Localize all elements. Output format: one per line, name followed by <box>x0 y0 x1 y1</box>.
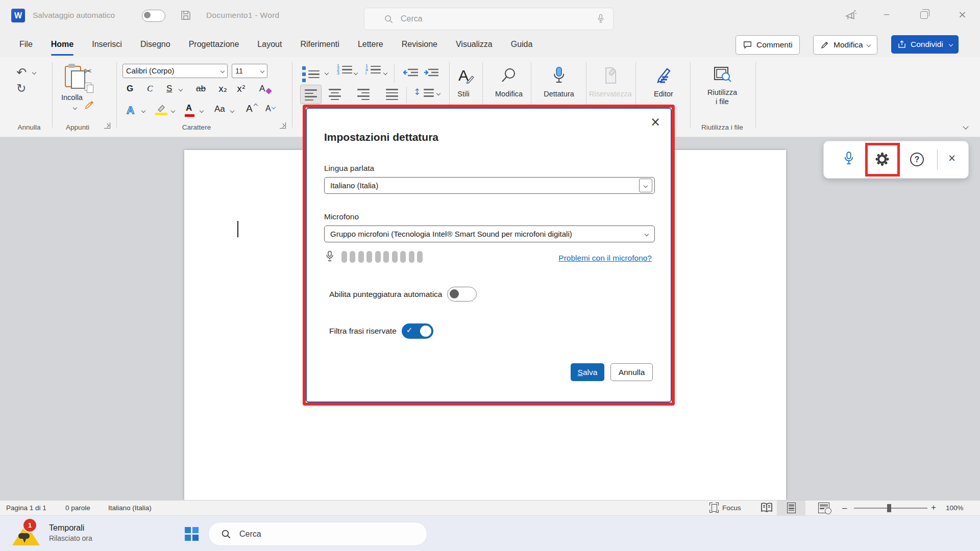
select-chevron-box[interactable] <box>639 179 652 192</box>
collapse-ribbon-icon[interactable] <box>963 123 968 129</box>
tab-progettazione[interactable]: Progettazione <box>187 32 241 57</box>
restore-button[interactable] <box>920 11 928 19</box>
chevron-down-icon[interactable] <box>230 109 234 113</box>
align-center-button[interactable] <box>329 89 341 100</box>
clipboard-dialog-launcher-icon[interactable] <box>104 122 110 129</box>
font-dialog-launcher-icon[interactable] <box>280 122 286 129</box>
tab-guida[interactable]: Guida <box>509 32 535 57</box>
paste-label[interactable]: Incolla <box>61 93 83 102</box>
editing-mode-button[interactable]: Modifica <box>813 35 877 55</box>
filter-phrases-toggle[interactable]: ✓ <box>402 323 433 339</box>
start-button[interactable] <box>185 527 199 541</box>
read-mode-button[interactable] <box>761 503 773 513</box>
feedback-icon[interactable] <box>845 9 857 22</box>
chevron-down-icon[interactable] <box>200 109 204 113</box>
chevron-down-icon[interactable] <box>354 71 358 75</box>
tab-home[interactable]: Home <box>49 32 76 57</box>
zoom-percentage[interactable]: 100% <box>946 504 964 512</box>
taskbar-search-box[interactable]: Cerca <box>208 522 427 546</box>
dictation-help-button[interactable]: ? <box>910 153 924 166</box>
zoom-in-button[interactable]: + <box>931 503 936 513</box>
editor-button[interactable]: Editor <box>654 64 673 98</box>
chevron-down-icon[interactable] <box>325 71 329 75</box>
superscript-button[interactable]: x² <box>237 84 246 94</box>
tab-file[interactable]: File <box>17 32 35 57</box>
strikethrough-button[interactable]: ab <box>196 84 206 94</box>
autosave-toggle[interactable] <box>142 10 165 22</box>
web-layout-button[interactable] <box>818 503 829 513</box>
tab-inserisci[interactable]: Inserisci <box>90 32 124 57</box>
tab-revisione[interactable]: Revisione <box>400 32 439 57</box>
close-window-button[interactable]: × <box>958 8 967 20</box>
font-size-combo[interactable]: 11 <box>232 64 267 78</box>
tab-riferimenti[interactable]: Riferimenti <box>298 32 341 57</box>
page-indicator[interactable]: Pagina 1 di 1 <box>6 504 46 512</box>
zoom-out-button[interactable]: – <box>842 503 847 513</box>
bold-button[interactable]: G <box>127 84 133 94</box>
numbered-list-icon[interactable]: 123 <box>337 64 352 75</box>
word-count[interactable]: 0 parole <box>65 504 90 512</box>
save-icon[interactable] <box>180 9 192 21</box>
align-right-button[interactable] <box>357 89 370 100</box>
change-case-button[interactable]: Aa <box>214 104 225 114</box>
reuse-files-button[interactable]: Riutilizzai file <box>707 64 737 106</box>
grow-font-button[interactable]: A <box>246 103 253 114</box>
minimize-button[interactable]: – <box>884 9 889 19</box>
chevron-down-icon[interactable] <box>171 109 175 113</box>
weather-widget[interactable]: 1 Temporali Rilasciato ora <box>10 520 92 545</box>
word-app-icon[interactable]: W <box>11 9 25 22</box>
language-select[interactable]: Italiano (Italia) <box>324 177 655 194</box>
language-indicator[interactable]: Italiano (Italia) <box>108 504 152 512</box>
save-button[interactable]: Salva <box>571 363 604 381</box>
italic-button[interactable]: C <box>147 84 153 94</box>
format-painter-icon[interactable] <box>84 100 95 111</box>
chevron-down-icon[interactable] <box>383 71 387 75</box>
dictation-close-button[interactable]: × <box>948 152 956 163</box>
tab-lettere[interactable]: Lettere <box>356 32 385 57</box>
chevron-down-icon[interactable] <box>32 70 36 74</box>
bullet-list-icon[interactable] <box>302 66 320 82</box>
decrease-indent-icon[interactable] <box>403 66 419 79</box>
chevron-down-icon[interactable] <box>73 106 77 110</box>
search-mic-icon[interactable] <box>597 13 605 24</box>
mic-help-link[interactable]: Problemi con il microfono? <box>558 254 652 263</box>
find-button[interactable]: Modifica <box>495 64 523 98</box>
redo-icon[interactable]: ↻ <box>16 82 26 95</box>
styles-button[interactable]: A Stili <box>457 64 469 98</box>
chevron-down-icon[interactable] <box>141 109 145 113</box>
tab-disegno[interactable]: Disegno <box>138 32 173 57</box>
print-layout-button-selected[interactable] <box>777 500 805 515</box>
cancel-button[interactable]: Annulla <box>610 363 653 381</box>
increase-indent-icon[interactable] <box>424 66 439 79</box>
copy-icon[interactable] <box>85 83 91 91</box>
highlight-button[interactable] <box>156 104 166 113</box>
subscript-button[interactable]: x₂ <box>218 84 227 94</box>
multilevel-list-icon[interactable]: 1ai <box>365 64 381 75</box>
comments-button[interactable]: Commenti <box>736 35 800 55</box>
chevron-down-icon[interactable] <box>179 87 183 91</box>
focus-mode-button[interactable]: Focus <box>709 503 741 513</box>
microphone-select[interactable]: Gruppo microfoni (Tecnologia Intel® Smar… <box>324 226 655 242</box>
font-name-combo[interactable]: Calibri (Corpo) <box>122 64 228 78</box>
cut-icon[interactable]: ✂ <box>84 65 92 77</box>
text-effects-button[interactable]: A <box>127 104 134 116</box>
titlebar-search-box[interactable]: Cerca <box>364 8 614 30</box>
paste-icon[interactable] <box>65 64 85 87</box>
auto-punctuation-toggle[interactable] <box>447 287 477 302</box>
justify-button[interactable] <box>386 89 398 100</box>
dictate-button[interactable]: Dettatura <box>544 64 574 98</box>
line-spacing-icon[interactable]: ↕ <box>413 87 421 97</box>
align-left-button-selected[interactable] <box>300 85 322 104</box>
undo-icon[interactable]: ↶ <box>16 65 27 80</box>
clear-formatting-button[interactable]: A <box>259 84 265 94</box>
font-color-button[interactable]: A <box>186 103 192 113</box>
dictation-mic-button[interactable] <box>843 151 854 168</box>
shrink-font-button[interactable]: A <box>265 104 271 113</box>
tab-visualizza[interactable]: Visualizza <box>454 32 495 57</box>
underline-button[interactable]: S <box>166 84 172 94</box>
share-button[interactable]: Condividi <box>891 35 959 54</box>
zoom-slider-thumb[interactable] <box>887 504 891 512</box>
dialog-close-button[interactable]: × <box>650 115 660 129</box>
chevron-down-icon[interactable] <box>436 91 440 95</box>
tab-layout[interactable]: Layout <box>255 32 284 57</box>
